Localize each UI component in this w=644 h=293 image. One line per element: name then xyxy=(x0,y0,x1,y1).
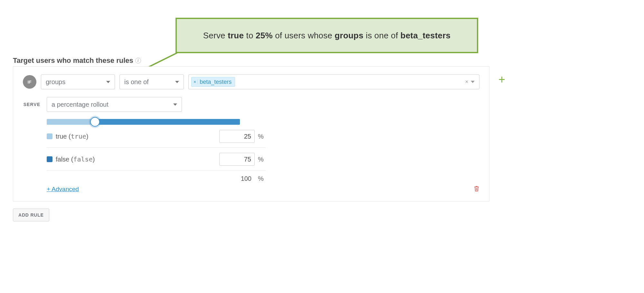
serve-mode-value: a percentage rollout xyxy=(52,101,109,108)
callout-text: Serve true to 25% of users whose groups … xyxy=(203,31,450,41)
delete-rule-icon[interactable] xyxy=(474,185,479,193)
values-multiselect[interactable]: × beta_testers × xyxy=(188,74,479,89)
percent-sign: % xyxy=(258,133,266,140)
operator-select-value: is one of xyxy=(124,78,149,86)
value-tag[interactable]: × beta_testers xyxy=(191,77,235,87)
variation-color-swatch xyxy=(47,133,52,139)
info-icon[interactable]: i xyxy=(135,58,141,63)
rollout-slider[interactable] xyxy=(47,119,240,125)
clear-all-icon[interactable]: × xyxy=(465,79,468,85)
serve-label: SERVE xyxy=(23,102,42,107)
rollout-total-row: 100 % xyxy=(47,171,266,182)
add-condition-button[interactable]: + xyxy=(498,74,505,85)
slider-segment-false xyxy=(95,119,240,125)
targeting-rule-card: + IF groups is one of × beta_testers × S… xyxy=(13,66,489,201)
rollout-total-value: 100 xyxy=(219,175,255,182)
variation-row: true (true) % xyxy=(47,125,266,148)
serve-mode-select[interactable]: a percentage rollout xyxy=(47,97,182,112)
variation-label: false (false) xyxy=(56,155,216,163)
chevron-down-icon[interactable] xyxy=(471,81,475,83)
if-badge: IF xyxy=(23,75,36,89)
section-title: Target users who match these rules i xyxy=(13,56,141,65)
variation-pct-input[interactable] xyxy=(219,130,255,143)
remove-tag-icon[interactable]: × xyxy=(194,80,198,84)
percent-sign: % xyxy=(258,175,266,182)
explainer-callout: Serve true to 25% of users whose groups … xyxy=(175,18,478,53)
chevron-down-icon xyxy=(173,103,177,106)
variation-row: false (false) % xyxy=(47,148,266,171)
operator-select[interactable]: is one of xyxy=(119,74,184,89)
chevron-down-icon xyxy=(106,81,110,83)
add-rule-button[interactable]: ADD RULE xyxy=(13,209,49,221)
advanced-link[interactable]: + Advanced xyxy=(47,186,79,193)
chevron-down-icon xyxy=(175,81,179,83)
slider-segment-true xyxy=(47,119,95,125)
serve-row: SERVE a percentage rollout xyxy=(23,97,479,112)
value-tag-label: beta_testers xyxy=(200,79,232,85)
condition-row: IF groups is one of × beta_testers × xyxy=(23,74,479,89)
percentage-rollout-panel: true (true) % false (false) % 100 % + Ad… xyxy=(47,119,266,193)
variation-label: true (true) xyxy=(56,132,216,140)
attribute-select-value: groups xyxy=(46,78,65,86)
variation-pct-input[interactable] xyxy=(219,153,255,166)
attribute-select[interactable]: groups xyxy=(41,74,115,89)
variation-color-swatch xyxy=(47,156,52,162)
section-title-text: Target users who match these rules xyxy=(13,56,133,65)
slider-thumb[interactable] xyxy=(90,117,100,127)
percent-sign: % xyxy=(258,156,266,163)
